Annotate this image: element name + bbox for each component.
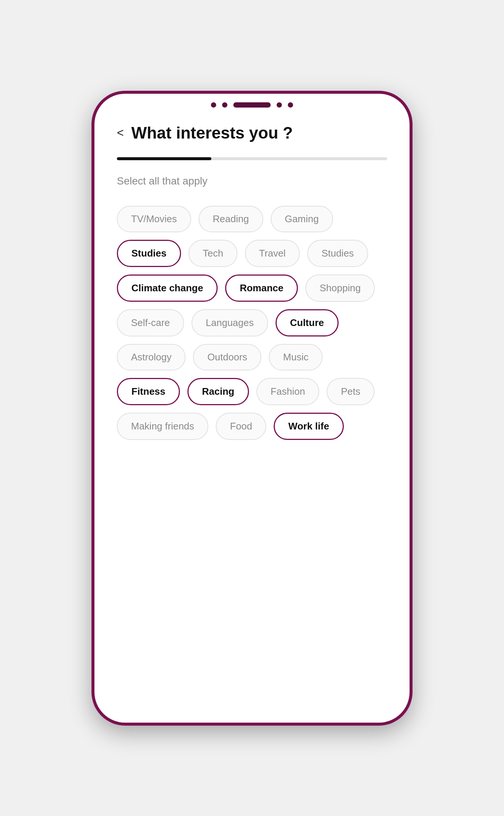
chip-reading[interactable]: Reading bbox=[199, 206, 263, 232]
chip-gaming[interactable]: Gaming bbox=[271, 206, 333, 232]
chip-racing[interactable]: Racing bbox=[187, 378, 249, 405]
chip-studies[interactable]: Studies bbox=[117, 240, 181, 267]
chip-astrology[interactable]: Astrology bbox=[117, 344, 186, 370]
chip-shopping[interactable]: Shopping bbox=[305, 274, 375, 302]
chip-music[interactable]: Music bbox=[269, 344, 323, 370]
chip-self-care[interactable]: Self-care bbox=[117, 309, 184, 336]
chip-languages[interactable]: Languages bbox=[192, 309, 268, 336]
notch-dot-2 bbox=[222, 102, 227, 108]
notch-dot-4 bbox=[288, 102, 293, 108]
notch-dot-1 bbox=[211, 102, 216, 108]
chip-making-friends[interactable]: Making friends bbox=[117, 413, 208, 440]
chip-studies2[interactable]: Studies bbox=[307, 240, 368, 267]
chip-travel[interactable]: Travel bbox=[245, 240, 300, 267]
chip-climate-change[interactable]: Climate change bbox=[117, 274, 218, 302]
chip-culture[interactable]: Culture bbox=[276, 309, 339, 336]
chip-tv-movies[interactable]: TV/Movies bbox=[117, 206, 191, 232]
chip-work-life[interactable]: Work life bbox=[274, 413, 343, 440]
chip-fashion[interactable]: Fashion bbox=[256, 378, 320, 405]
phone-notch bbox=[200, 97, 304, 112]
phone-screen: < What interests you ? Select all that a… bbox=[94, 94, 410, 723]
back-button[interactable]: < bbox=[117, 126, 124, 140]
chip-fitness[interactable]: Fitness bbox=[117, 378, 180, 405]
chip-pets[interactable]: Pets bbox=[327, 378, 374, 405]
chip-food[interactable]: Food bbox=[216, 413, 266, 440]
chips-container: TV/MoviesReadingGamingStudiesTechTravelS… bbox=[117, 206, 387, 440]
subtitle: Select all that apply bbox=[117, 175, 387, 187]
progress-bar-fill bbox=[117, 157, 211, 160]
chip-tech[interactable]: Tech bbox=[189, 240, 237, 267]
progress-bar-container bbox=[117, 157, 387, 160]
chip-romance[interactable]: Romance bbox=[225, 274, 298, 302]
phone-frame: < What interests you ? Select all that a… bbox=[91, 91, 413, 726]
notch-dot-3 bbox=[277, 102, 282, 108]
notch-pill bbox=[233, 102, 271, 108]
screen-content: < What interests you ? Select all that a… bbox=[94, 94, 410, 723]
chip-outdoors[interactable]: Outdoors bbox=[193, 344, 261, 370]
header: < What interests you ? bbox=[117, 124, 387, 142]
page-title: What interests you ? bbox=[131, 124, 293, 142]
